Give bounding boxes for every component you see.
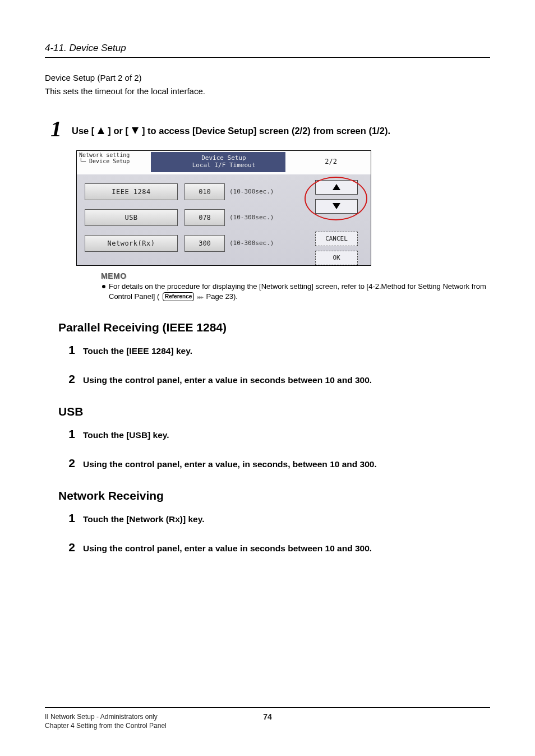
networkrx-key[interactable]: Network(Rx) bbox=[85, 235, 178, 252]
step-1-text: Use [ ] or [ ] to access [Device Setup] … bbox=[72, 118, 390, 137]
section-network-steps: 1Touch the [Network (Rx)] key. 2Using th… bbox=[65, 511, 490, 554]
intro-line-2: This sets the timeout for the local inte… bbox=[45, 86, 490, 97]
networkrx-range: (10-300sec.) bbox=[229, 239, 274, 247]
parallel-step-2-num: 2 bbox=[65, 372, 75, 386]
scroll-up-button[interactable] bbox=[315, 180, 358, 195]
networkrx-value[interactable]: 300 bbox=[185, 235, 225, 252]
usb-step-1-num: 1 bbox=[65, 427, 75, 441]
footer-line-2: Chapter 4 Setting from the Control Panel bbox=[45, 721, 490, 730]
intro-block: Device Setup (Part 2 of 2) This sets the… bbox=[45, 72, 490, 98]
network-step-2-text: Using the control panel, enter a value i… bbox=[83, 543, 372, 554]
usb-range: (10-300sec.) bbox=[229, 214, 274, 221]
step-1-text-b: ] or [ bbox=[108, 125, 128, 137]
step-1-text-c: ] to access [Device Setup] screen (2/2) … bbox=[142, 125, 390, 137]
ss-row-network: Network(Rx) 300 (10-300sec.) bbox=[85, 234, 287, 253]
usb-key[interactable]: USB bbox=[85, 209, 178, 226]
ieee1284-value[interactable]: 010 bbox=[185, 183, 225, 200]
svg-marker-0 bbox=[98, 127, 104, 134]
step-1-number: 1 bbox=[45, 118, 62, 140]
network-step-1-num: 1 bbox=[65, 511, 75, 525]
memo-text: For details on the procedure for display… bbox=[109, 282, 490, 302]
section-network-heading: Network Receiving bbox=[58, 489, 490, 503]
section-parallel-heading: Parallel Receiving (IEEE 1284) bbox=[58, 321, 490, 334]
page-number: 74 bbox=[45, 712, 490, 721]
scroll-up-arrow-icon bbox=[333, 184, 340, 190]
svg-marker-1 bbox=[132, 127, 139, 134]
device-setup-screenshot: Network setting └─ Device Setup Device S… bbox=[76, 150, 371, 266]
parallel-step-2-text: Using the control panel, enter a value i… bbox=[83, 375, 372, 385]
ss-row-usb: USB 078 (10-300sec.) bbox=[85, 208, 287, 227]
step-1-text-a: Use [ bbox=[72, 125, 94, 137]
usb-step-2-num: 2 bbox=[65, 457, 75, 470]
page-footer: 74 II Network Setup - Administrators onl… bbox=[45, 707, 490, 730]
step-1: 1 Use [ ] or [ ] to access [Device Setup… bbox=[45, 118, 490, 140]
memo-label: MEMO bbox=[101, 271, 490, 280]
intro-line-1: Device Setup (Part 2 of 2) bbox=[45, 72, 490, 84]
down-arrow-icon bbox=[131, 126, 140, 135]
section-usb-steps: 1Touch the [USB] key. 2Using the control… bbox=[65, 427, 490, 470]
usb-step-1-text: Touch the [USB] key. bbox=[83, 430, 169, 440]
memo-text-after: Page 23). bbox=[206, 292, 238, 301]
parallel-step-1-num: 1 bbox=[65, 343, 75, 357]
ss-row-ieee1284: IEEE 1284 010 (10-300sec.) bbox=[85, 182, 287, 201]
memo-block: MEMO For details on the procedure for di… bbox=[101, 271, 490, 302]
section-parallel-steps: 1Touch the [IEEE 1284] key. 2Using the c… bbox=[65, 343, 490, 386]
parallel-step-1-text: Touch the [IEEE 1284] key. bbox=[83, 346, 192, 356]
ieee1284-key[interactable]: IEEE 1284 bbox=[85, 183, 178, 200]
usb-step-2-text: Using the control panel, enter a value, … bbox=[83, 459, 377, 469]
reference-chevron-icon: ▸▸▸ bbox=[197, 293, 202, 301]
ieee1284-range: (10-300sec.) bbox=[229, 188, 274, 195]
scroll-down-arrow-icon bbox=[333, 203, 340, 209]
cancel-button[interactable]: CANCEL bbox=[315, 232, 358, 246]
ss-page-indicator: 2/2 bbox=[325, 158, 337, 165]
network-step-1-text: Touch the [Network (Rx)] key. bbox=[83, 514, 204, 524]
usb-value[interactable]: 078 bbox=[185, 209, 225, 226]
ss-side-buttons: CANCEL OK bbox=[310, 180, 363, 270]
running-head: 4-11. Device Setup bbox=[45, 43, 490, 58]
ok-button[interactable]: OK bbox=[315, 251, 358, 265]
scroll-down-button[interactable] bbox=[315, 199, 358, 214]
section-usb-heading: USB bbox=[58, 405, 490, 418]
network-step-2-num: 2 bbox=[65, 541, 75, 554]
up-arrow-icon bbox=[96, 126, 105, 135]
bullet-icon bbox=[102, 285, 105, 288]
reference-badge: Reference bbox=[163, 292, 194, 301]
